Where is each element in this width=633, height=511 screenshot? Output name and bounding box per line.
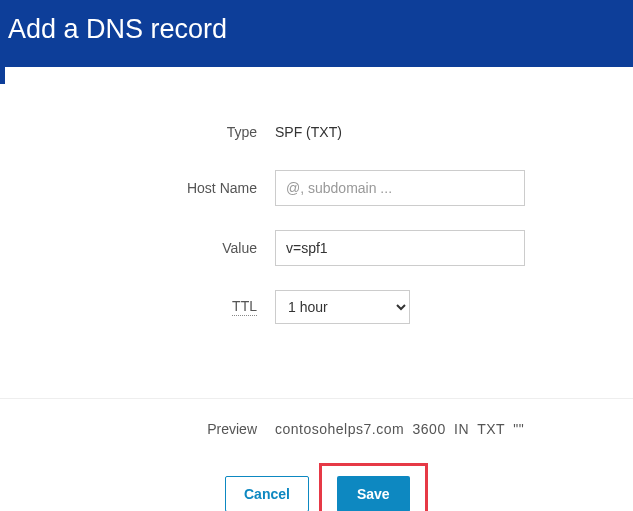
ttl-row: TTL 1 hour [40, 290, 593, 324]
value-input[interactable] [275, 230, 525, 266]
hostname-row: Host Name [40, 170, 593, 206]
page-header: Add a DNS record [0, 0, 633, 67]
type-row: Type SPF (TXT) [40, 124, 593, 140]
page-title: Add a DNS record [8, 14, 227, 44]
hostname-label: Host Name [40, 180, 275, 196]
cancel-button[interactable]: Cancel [225, 476, 309, 511]
value-label: Value [40, 240, 275, 256]
ttl-label: TTL [232, 298, 257, 316]
preview-row: Preview contosohelps7.com 3600 IN TXT "" [40, 421, 593, 437]
tab-indicator [0, 66, 5, 84]
button-row: Cancel Save [40, 463, 593, 511]
preview-area: Preview contosohelps7.com 3600 IN TXT ""… [0, 399, 633, 511]
ttl-label-col: TTL [40, 298, 275, 316]
save-button[interactable]: Save [337, 476, 410, 511]
value-row: Value [40, 230, 593, 266]
preview-label: Preview [40, 421, 275, 437]
preview-value: contosohelps7.com 3600 IN TXT "" [275, 421, 593, 437]
type-label: Type [40, 124, 275, 140]
ttl-select[interactable]: 1 hour [275, 290, 410, 324]
type-value: SPF (TXT) [275, 124, 593, 140]
form-area: Type SPF (TXT) Host Name Value TTL 1 hou… [0, 84, 633, 368]
save-highlight-box: Save [319, 463, 428, 511]
hostname-input[interactable] [275, 170, 525, 206]
